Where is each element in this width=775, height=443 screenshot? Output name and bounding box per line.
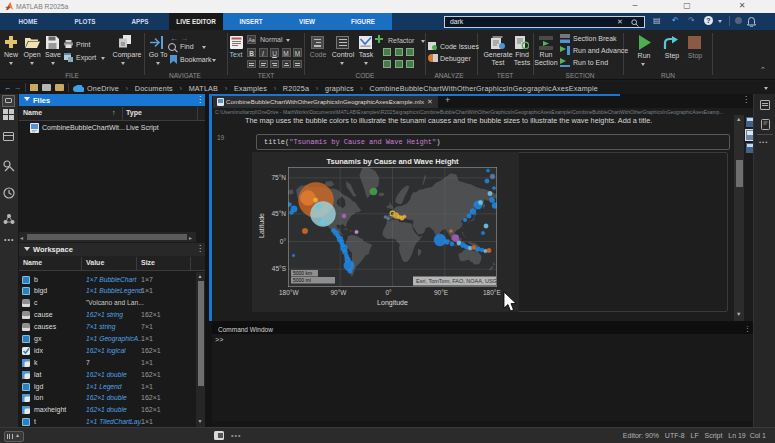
svg-text:5000 mi: 5000 mi bbox=[293, 277, 311, 283]
svg-text:5000 km: 5000 km bbox=[293, 270, 312, 276]
svg-text:Esri, TomTom, FAO, NOAA, USGS: Esri, TomTom, FAO, NOAA, USGS bbox=[416, 278, 497, 284]
